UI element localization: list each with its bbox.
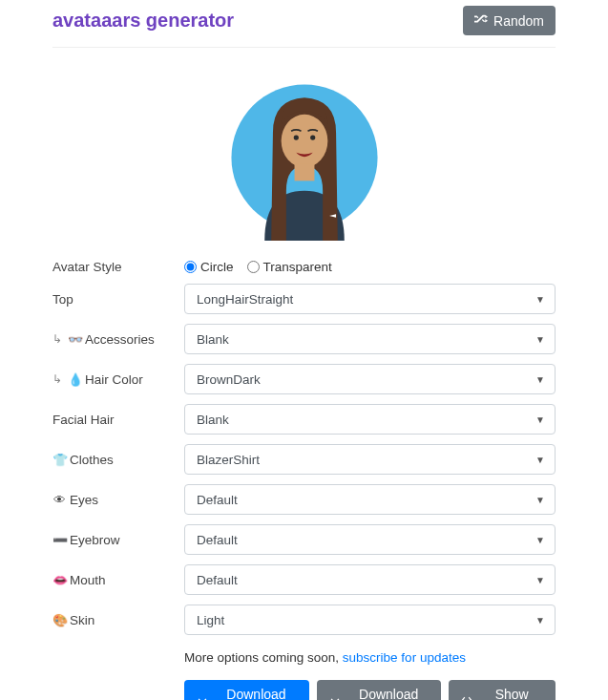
row-top: Top LongHairStraight ▼ — [52, 284, 556, 314]
chevron-down-icon: ▼ — [535, 294, 545, 305]
download-png-button[interactable]: Download PNG — [184, 680, 309, 700]
download-png-label: Download PNG — [215, 687, 298, 700]
label-hair-color: ↳ 💧 Hair Color — [52, 372, 184, 387]
select-mouth[interactable]: Default ▼ — [184, 564, 556, 595]
select-facial-hair-value: Blank — [197, 413, 229, 427]
svg-point-2 — [293, 136, 298, 140]
avatar-style-radios: Circle Transparent — [184, 260, 556, 274]
random-button[interactable]: Random — [463, 6, 556, 35]
row-eyes: 👁 Eyes Default ▼ — [52, 484, 556, 515]
avatar-preview — [52, 48, 556, 260]
label-top: Top — [52, 292, 184, 307]
label-accessories: ↳ 👓 Accessories — [52, 332, 184, 347]
chevron-down-icon: ▼ — [535, 374, 545, 385]
select-accessories[interactable]: Blank ▼ — [184, 324, 556, 354]
label-eyebrow: ➖ Eyebrow — [52, 533, 184, 547]
download-icon — [328, 694, 342, 701]
row-hair-color: ↳ 💧 Hair Color BrownDark ▼ — [52, 364, 556, 394]
radio-circle-input[interactable] — [184, 261, 197, 273]
footer-text: More options coming soon, subscribe for … — [184, 650, 556, 665]
select-eyebrow-value: Default — [197, 533, 238, 547]
label-facial-hair: Facial Hair — [52, 413, 184, 427]
download-svg-label: Download SVG — [347, 687, 430, 700]
chevron-down-icon: ▼ — [535, 334, 545, 345]
tree-branch-icon: ↳ — [52, 372, 62, 386]
radio-transparent-input[interactable] — [247, 261, 260, 273]
subscribe-link[interactable]: subscribe for updates — [343, 650, 466, 665]
row-actions: Download PNG Download SVG Show React — [52, 680, 556, 700]
label-eyes-text: Eyes — [70, 493, 98, 507]
select-top[interactable]: LongHairStraight ▼ — [184, 284, 556, 314]
select-clothes-value: BlazerShirt — [197, 453, 260, 467]
show-react-label: Show React — [479, 687, 544, 700]
radio-circle-label: Circle — [200, 260, 234, 274]
header: avataaars generator Random — [52, 0, 556, 48]
glasses-icon: 👓 — [68, 333, 81, 346]
label-mouth-text: Mouth — [70, 573, 106, 587]
label-avatar-style: Avatar Style — [52, 260, 184, 274]
select-mouth-value: Default — [197, 573, 238, 587]
label-eyes: 👁 Eyes — [52, 493, 184, 507]
eyebrow-icon: ➖ — [52, 534, 66, 546]
radio-circle[interactable]: Circle — [184, 260, 234, 274]
label-mouth: 👄 Mouth — [52, 573, 184, 587]
row-facial-hair: Facial Hair Blank ▼ — [52, 404, 556, 435]
select-hair-color[interactable]: BrownDark ▼ — [184, 364, 556, 394]
select-accessories-value: Blank — [197, 332, 229, 347]
select-facial-hair[interactable]: Blank ▼ — [184, 404, 556, 435]
download-icon — [196, 694, 209, 701]
row-avatar-style: Avatar Style Circle Transparent — [52, 260, 556, 274]
radio-transparent[interactable]: Transparent — [247, 260, 332, 274]
select-eyes-value: Default — [197, 493, 238, 507]
label-skin: 🎨 Skin — [52, 613, 184, 627]
avatar-image — [221, 74, 388, 241]
svg-point-1 — [281, 115, 327, 168]
row-skin: 🎨 Skin Light ▼ — [52, 605, 556, 635]
chevron-down-icon: ▼ — [535, 455, 545, 465]
code-icon — [460, 694, 473, 701]
shirt-icon: 👕 — [52, 454, 66, 466]
label-accessories-text: Accessories — [85, 332, 155, 347]
chevron-down-icon: ▼ — [535, 615, 545, 626]
palette-icon: 🎨 — [52, 614, 66, 626]
page-title: avataaars generator — [52, 10, 234, 32]
label-skin-text: Skin — [70, 613, 94, 627]
row-footer-text: More options coming soon, subscribe for … — [52, 645, 556, 676]
label-eyebrow-text: Eyebrow — [70, 533, 120, 547]
select-hair-color-value: BrownDark — [197, 372, 261, 387]
chevron-down-icon: ▼ — [535, 414, 545, 425]
chevron-down-icon: ▼ — [535, 575, 545, 585]
chevron-down-icon: ▼ — [535, 495, 545, 505]
eye-icon: 👁 — [52, 494, 66, 506]
select-skin[interactable]: Light ▼ — [184, 605, 556, 635]
select-skin-value: Light — [197, 613, 224, 627]
svg-point-3 — [310, 136, 315, 140]
shuffle-icon — [474, 12, 488, 29]
row-mouth: 👄 Mouth Default ▼ — [52, 564, 556, 595]
footer-coming-soon: More options coming soon, — [184, 650, 343, 665]
row-eyebrow: ➖ Eyebrow Default ▼ — [52, 524, 556, 555]
row-accessories: ↳ 👓 Accessories Blank ▼ — [52, 324, 556, 354]
radio-transparent-label: Transparent — [263, 260, 332, 274]
show-react-button[interactable]: Show React — [449, 680, 556, 700]
select-eyebrow[interactable]: Default ▼ — [184, 524, 556, 555]
mouth-icon: 👄 — [52, 574, 66, 586]
label-clothes-text: Clothes — [70, 453, 114, 467]
label-clothes: 👕 Clothes — [52, 453, 184, 467]
download-svg-button[interactable]: Download SVG — [317, 680, 441, 700]
tree-branch-icon: ↳ — [52, 332, 62, 346]
random-button-label: Random — [493, 13, 544, 29]
select-top-value: LongHairStraight — [197, 292, 293, 307]
row-clothes: 👕 Clothes BlazerShirt ▼ — [52, 444, 556, 475]
label-hair-color-text: Hair Color — [85, 372, 143, 387]
select-clothes[interactable]: BlazerShirt ▼ — [184, 444, 556, 475]
droplet-icon: 💧 — [68, 373, 81, 386]
svg-rect-4 — [294, 164, 314, 180]
select-eyes[interactable]: Default ▼ — [184, 484, 556, 515]
action-buttons: Download PNG Download SVG Show React — [184, 680, 556, 700]
chevron-down-icon: ▼ — [535, 535, 545, 545]
